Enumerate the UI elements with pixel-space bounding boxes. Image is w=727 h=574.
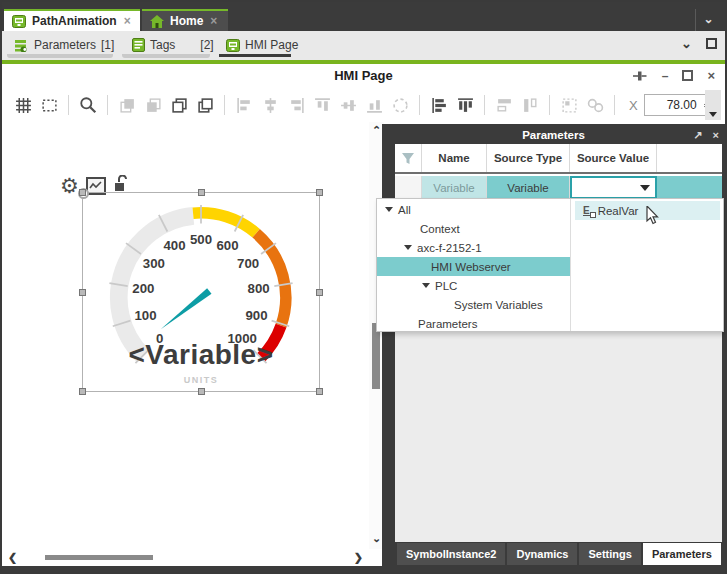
filter-funnel-icon[interactable]	[395, 144, 422, 172]
gauge-needle	[161, 288, 212, 329]
active-tab-indicator	[219, 54, 291, 57]
resize-handle-sw[interactable]	[79, 388, 86, 395]
tab-symbolinstance2[interactable]: SymbolInstance2	[397, 543, 505, 565]
mouse-cursor	[646, 206, 660, 226]
table-row[interactable]: Variable Variable	[395, 176, 722, 199]
maximize-icon[interactable]	[682, 70, 693, 81]
resize-handle-s[interactable]	[198, 388, 205, 395]
resize-handle-se[interactable]	[316, 388, 323, 395]
tab-settings[interactable]: Settings	[579, 543, 640, 565]
scroll-down-icon[interactable]: ⌄	[372, 532, 381, 545]
resize-handle-e[interactable]	[316, 289, 323, 296]
tree-item-plc[interactable]: PLC	[377, 276, 570, 295]
align-center-icon[interactable]	[258, 93, 282, 117]
same-width-icon[interactable]	[492, 93, 516, 117]
align-middle-icon[interactable]	[336, 93, 360, 117]
chevron-down-icon[interactable]	[422, 283, 430, 288]
selection-area-icon[interactable]	[37, 93, 61, 117]
tab-parameters-bottom[interactable]: Parameters	[643, 543, 721, 565]
chevron-down-icon[interactable]	[385, 207, 393, 212]
resize-handle-ne[interactable]	[316, 189, 323, 196]
editor-title-bar: HMI Page – ×	[2, 64, 725, 88]
rotate-icon[interactable]	[388, 93, 412, 117]
hmi-canvas[interactable]: ⚙ 0 1	[2, 122, 369, 549]
scroll-right-icon[interactable]: ❯	[354, 551, 363, 564]
zoom-tool-icon[interactable]	[76, 93, 100, 117]
cell-source-type[interactable]: Variable	[487, 176, 570, 199]
cell-empty[interactable]	[657, 176, 722, 199]
bring-to-front-icon[interactable]	[115, 93, 139, 117]
tab-label: Home	[170, 14, 203, 28]
distribute-vertical-icon[interactable]	[453, 93, 477, 117]
svg-text:100: 100	[134, 308, 156, 323]
row-selector-cell[interactable]	[395, 176, 422, 199]
tab-overflow-chevron-icon[interactable]: ⌄	[695, 9, 721, 31]
tree-item-all[interactable]: All	[377, 200, 570, 219]
editor-overflow-chevron-icon[interactable]: ⌄	[681, 36, 692, 51]
minimize-icon[interactable]: –	[662, 69, 669, 83]
same-height-icon[interactable]	[518, 93, 542, 117]
tab-dynamics[interactable]: Dynamics	[507, 543, 577, 565]
group-icon[interactable]	[557, 93, 581, 117]
parameters-panel: Parameters ↗ × Name Source Type Source V…	[382, 124, 725, 566]
close-panel-icon[interactable]: ×	[713, 129, 719, 141]
toolbar-overflow-chevron-icon[interactable]	[709, 112, 717, 117]
bring-forward-icon[interactable]	[167, 93, 191, 117]
gauge-tick-labels: 0 100 200 300 400 500 600 700 800 900 10…	[132, 232, 269, 346]
horizontal-scroll-thumb[interactable]	[45, 555, 153, 560]
parameters-table: Name Source Type Source Value Variable V…	[395, 144, 722, 199]
column-header-source-type[interactable]: Source Type	[487, 144, 570, 172]
tab-parameters-editor[interactable]: Parameters [1]	[8, 34, 120, 56]
tags-icon	[132, 38, 145, 52]
window-bottom-bar	[2, 566, 725, 572]
dropdown-chevron-icon[interactable]	[640, 185, 650, 191]
pin-icon[interactable]	[632, 70, 648, 82]
hmi-page-icon	[226, 39, 240, 52]
distribute-horizontal-icon[interactable]	[427, 93, 451, 117]
link-icon[interactable]	[583, 93, 607, 117]
zoom-value[interactable]: 78.00	[645, 98, 701, 112]
tree-item-axc-f-2152-1[interactable]: axc-f-2152-1	[377, 238, 570, 257]
undock-panel-icon[interactable]: ↗	[693, 129, 702, 142]
align-right-icon[interactable]	[284, 93, 308, 117]
align-left-icon[interactable]	[232, 93, 256, 117]
close-window-icon[interactable]: ×	[707, 68, 715, 83]
parameters-icon	[14, 39, 29, 52]
maximize-editor-icon[interactable]	[706, 38, 717, 49]
document-tab-bar: PathAnimation × Home × ⌄	[2, 2, 725, 31]
tab-home[interactable]: Home ×	[142, 9, 228, 31]
send-to-back-icon[interactable]	[141, 93, 165, 117]
svg-text:300: 300	[143, 256, 165, 271]
align-bottom-icon[interactable]	[362, 93, 386, 117]
tree-item-parameters[interactable]: Parameters	[377, 314, 570, 333]
grid-icon[interactable]	[11, 93, 35, 117]
scroll-up-icon[interactable]: ⌃	[372, 124, 381, 137]
source-value-dropdown-popup: All Context axc-f-2152-1 HMI Webserver P…	[376, 198, 724, 332]
send-backward-icon[interactable]	[193, 93, 217, 117]
align-top-icon[interactable]	[310, 93, 334, 117]
toolbar-overflow-scrollbar[interactable]	[705, 90, 721, 120]
column-header-source-value[interactable]: Source Value	[570, 144, 657, 172]
application-window: PathAnimation × Home × ⌄ Parameters [1] …	[0, 0, 727, 574]
canvas-horizontal-scrollbar[interactable]: ❮ ❯	[2, 549, 369, 566]
tab-pathanimation[interactable]: PathAnimation ×	[4, 9, 140, 31]
source-value-dropdown[interactable]	[570, 176, 657, 199]
close-icon[interactable]: ×	[123, 14, 132, 28]
tree-item-context[interactable]: Context	[377, 219, 570, 238]
resize-handle-w[interactable]	[79, 289, 86, 296]
tab-indicator	[7, 54, 113, 58]
column-header-name[interactable]: Name	[422, 144, 487, 172]
resize-handle-nw[interactable]	[79, 189, 86, 196]
tab-hmi-page[interactable]: HMI Page	[220, 34, 304, 56]
tab-indicator	[122, 54, 210, 58]
scroll-left-icon[interactable]: ❮	[8, 551, 17, 564]
cell-name[interactable]: Variable	[422, 176, 487, 199]
close-icon[interactable]: ×	[209, 14, 218, 28]
chevron-down-icon[interactable]	[404, 245, 412, 250]
tree-item-hmi-webserver[interactable]: HMI Webserver	[377, 257, 570, 276]
svg-text:600: 600	[216, 238, 238, 253]
gauge-widget[interactable]: 0 100 200 300 400 500 600 700 800 900 10…	[82, 192, 320, 392]
gear-icon[interactable]: ⚙	[60, 176, 79, 196]
tree-item-system-variables[interactable]: System Variables	[377, 295, 570, 314]
tab-tags[interactable]: Tags [2]	[126, 34, 220, 56]
